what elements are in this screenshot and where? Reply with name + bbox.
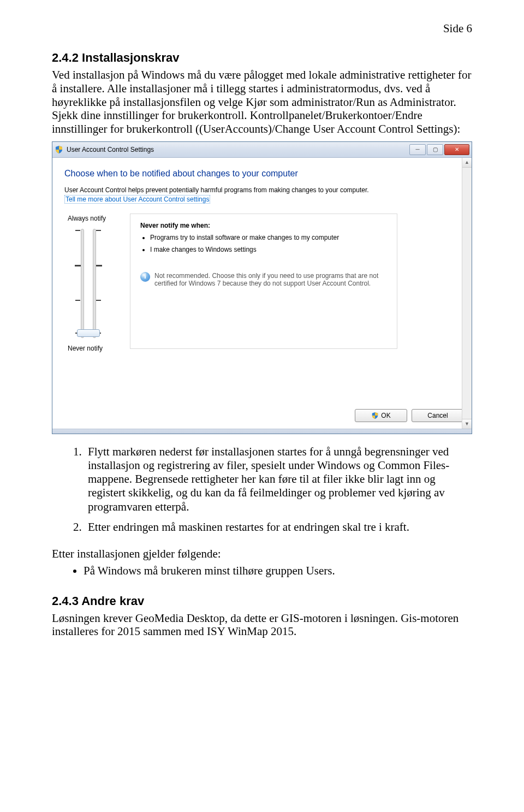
slider-thumb[interactable] [77, 329, 100, 337]
uac-slider[interactable] [75, 226, 104, 341]
window-title: User Account Control Settings [67, 146, 408, 153]
headline: Choose when to be notified about changes… [64, 169, 460, 179]
cancel-button[interactable]: Cancel [412, 409, 464, 422]
scroll-up-button[interactable]: ▲ [462, 158, 472, 168]
after-install-list: På Windows må brukeren minst tilhøre gru… [52, 564, 472, 578]
after-install-intro: Etter installasjonen gjelder følgende: [52, 547, 472, 561]
shield-icon [371, 412, 379, 419]
uac-window: User Account Control Settings ─ ▢ ✕ Choo… [52, 141, 472, 434]
maximize-button[interactable]: ▢ [427, 144, 443, 155]
section-heading-install: 2.4.2 Installasjonskrav [52, 51, 472, 65]
slider-column: Always notify Never notify [64, 214, 130, 352]
slider-top-label: Always notify [68, 215, 130, 222]
minimize-button[interactable]: ─ [409, 144, 426, 155]
shield-icon [55, 145, 63, 154]
window-content: Choose when to be notified about changes… [52, 158, 472, 429]
panel-item: I make changes to Windows settings [150, 246, 387, 253]
uac-desc: User Account Control helps prevent poten… [64, 186, 460, 194]
panel-item: Programs try to install software or make… [150, 234, 387, 241]
slider-bottom-label: Never notify [68, 345, 130, 352]
list-item: Etter endringen må maskinen restartes fo… [85, 520, 472, 534]
section-heading-other: 2.4.3 Andre krav [52, 594, 472, 608]
ok-label: OK [381, 412, 390, 419]
list-item: Flytt markøren nederst før installasjone… [85, 445, 472, 514]
section-para-other: Løsningen krever GeoMedia Desktop, da de… [52, 612, 472, 639]
panel-note: Not recommended. Choose this only if you… [154, 272, 387, 287]
info-icon: i [140, 272, 150, 282]
close-button[interactable]: ✕ [444, 144, 469, 155]
section-para-install: Ved installasjon på Windows må du være p… [52, 68, 472, 136]
titlebar: User Account Control Settings ─ ▢ ✕ [52, 142, 472, 158]
ok-button[interactable]: OK [355, 409, 407, 422]
panel-title: Never notify me when: [140, 222, 387, 229]
learn-more-link[interactable]: Tell me more about User Account Control … [64, 195, 210, 204]
scrollbar[interactable]: ▲ ▼ [462, 158, 472, 429]
list-item: På Windows må brukeren minst tilhøre gru… [84, 564, 472, 578]
info-panel: Never notify me when: Programs try to in… [130, 214, 397, 349]
uac-screenshot: User Account Control Settings ─ ▢ ✕ Choo… [52, 141, 472, 434]
scroll-down-button[interactable]: ▼ [462, 419, 472, 429]
numbered-steps: Flytt markøren nederst før installasjone… [52, 445, 472, 534]
page-number: Side 6 [52, 22, 472, 35]
